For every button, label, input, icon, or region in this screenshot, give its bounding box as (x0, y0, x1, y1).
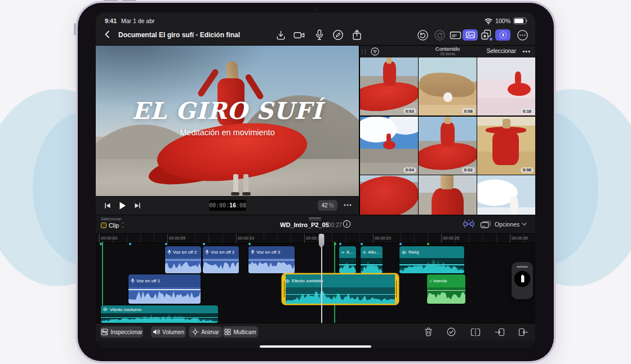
share-icon[interactable] (350, 29, 363, 41)
timeline-drag-handle[interactable] (309, 217, 321, 221)
camera-icon[interactable] (293, 29, 305, 41)
volume-line[interactable] (283, 294, 398, 295)
volume-line[interactable] (248, 260, 295, 260)
media-thumbnail[interactable]: 0:08 (419, 57, 477, 116)
clip-name-label: Inercia (433, 278, 447, 283)
clip-waveform (248, 258, 295, 273)
thumb-figure (503, 119, 510, 129)
thumb-figure (492, 131, 519, 165)
annotate-pencil-icon[interactable] (332, 29, 344, 41)
playhead[interactable] (321, 234, 322, 323)
back-button[interactable] (103, 29, 113, 39)
timeline-clip[interactable]: Viento nocturno (101, 305, 218, 323)
undo-icon[interactable] (416, 29, 429, 41)
playhead-handle[interactable] (319, 234, 325, 248)
timeline-clip[interactable]: Voz en off 3 (248, 246, 295, 273)
more-options-icon[interactable] (516, 29, 528, 41)
timeline[interactable]: 00:00:0000:00:0500:00:1000:00:1500:00:20… (96, 234, 535, 323)
media-thumbnail[interactable]: 0:04 (360, 117, 418, 175)
timecode-display[interactable]: 00:00:16:08 (209, 200, 246, 211)
volume-line[interactable] (165, 260, 201, 260)
multicam-button[interactable]: Multicam (223, 326, 258, 338)
trim-handle-right[interactable] (395, 274, 398, 304)
jog-wheel-dial[interactable] (514, 270, 531, 287)
effects-icon[interactable] (480, 29, 492, 41)
volume-line[interactable] (399, 264, 464, 265)
media-thumbnail[interactable] (360, 175, 418, 215)
timeline-clip[interactable]: A… (339, 246, 356, 273)
clip-waveform (339, 258, 356, 273)
options-button[interactable]: Opciones (495, 221, 527, 228)
split-clip-icon[interactable] (470, 327, 481, 337)
volumen-button[interactable]: Volumen (151, 326, 186, 338)
clip-marker-dot (203, 243, 205, 245)
viewer-more-icon[interactable] (343, 201, 353, 210)
timeline-ruler[interactable]: 00:00:0000:00:0500:00:1000:00:1500:00:20… (96, 234, 535, 243)
volume-line[interactable] (203, 260, 239, 260)
insert-left-icon[interactable] (495, 327, 505, 337)
home-indicator[interactable] (260, 345, 371, 348)
timeline-clip[interactable]: ♪Inercia (427, 274, 465, 304)
clip-marker-dot (165, 243, 167, 245)
clip-waveform (283, 287, 398, 304)
media-thumbnail[interactable]: 0:02 (419, 117, 477, 175)
timeline-clip[interactable]: Altu… (361, 246, 383, 273)
enhance-audio-icon[interactable] (463, 219, 476, 229)
checkmark-circle-icon[interactable] (446, 327, 456, 337)
select-button[interactable]: Seleccionar (487, 48, 516, 54)
volume-line[interactable] (128, 289, 201, 290)
clip-waveform (165, 258, 201, 273)
animar-button[interactable]: Animar (189, 326, 222, 338)
thumb-figure (386, 57, 392, 64)
volume-line[interactable] (339, 264, 356, 265)
media-thumbnail[interactable]: 0:16 (477, 57, 535, 116)
media-thumbnail[interactable]: 0:06 (477, 117, 535, 175)
inspeccionar-button[interactable]: Inspeccionar (100, 326, 143, 338)
app-toolbar: Documental El giro sufí - Edición final (96, 25, 535, 46)
clip-waveform (128, 287, 201, 304)
jog-wheel[interactable] (512, 262, 533, 299)
media-thumbnail[interactable] (477, 175, 535, 215)
video-viewer[interactable]: EL GIRO SUFÍ Meditación en movimiento (96, 46, 359, 196)
ruler-tick (167, 234, 168, 243)
timeline-clip[interactable]: Voz en off 2 (203, 246, 239, 273)
import-icon[interactable] (274, 29, 287, 41)
titles-icon[interactable] (449, 29, 461, 41)
media-thumbnail[interactable]: 0:03 (360, 57, 418, 116)
clip-name-label: Altu… (368, 250, 380, 255)
status-date: Mar 1 de abr (121, 17, 155, 24)
info-icon[interactable] (343, 220, 351, 228)
skip-back-icon[interactable] (103, 201, 113, 211)
timeline-clip[interactable]: Reloj (399, 246, 464, 273)
zoom-level-control[interactable]: 42% (318, 200, 337, 211)
ruler-label: 00:00:20 (375, 236, 391, 241)
speaker-icon (153, 329, 160, 335)
timeline-clip[interactable]: Efecto zumbido (283, 274, 398, 304)
jog-wheel-button[interactable] (495, 29, 510, 41)
trash-icon[interactable] (423, 327, 433, 337)
connected-clips-icon[interactable] (480, 219, 491, 229)
volume-line[interactable] (427, 290, 465, 291)
play-button[interactable] (117, 201, 127, 211)
volume-line[interactable] (101, 317, 218, 318)
content-browser: Contenido 26 items Seleccionar ••• 0:030… (360, 46, 535, 215)
timeline-clip[interactable]: Voz en off 2 (165, 246, 201, 273)
selection-mode-control[interactable]: Clip ⌃⌄ (101, 222, 125, 229)
media-browser-button[interactable] (463, 29, 478, 41)
timeline-clip[interactable]: Voz en off 1 (128, 274, 201, 304)
trim-handle-left[interactable] (283, 274, 286, 304)
insert-right-icon[interactable] (518, 327, 528, 337)
footer-button-label: Animar (201, 329, 219, 335)
microphone-icon[interactable] (313, 29, 326, 41)
clip-marker-dot (129, 243, 131, 245)
skip-forward-icon[interactable] (132, 201, 143, 211)
thumb-figure (510, 196, 518, 215)
selected-clip-name: WD_Intro_P2_05 (280, 221, 329, 228)
media-thumbnail[interactable] (419, 175, 477, 215)
browser-more-icon[interactable]: ••• (522, 48, 531, 55)
redo-icon[interactable] (433, 29, 446, 41)
status-time: 9:41 (105, 17, 117, 24)
clip-name-label: Efecto zumbido (292, 278, 323, 283)
ruler-label: 00:00:05 (169, 236, 185, 241)
volume-line[interactable] (361, 264, 383, 265)
